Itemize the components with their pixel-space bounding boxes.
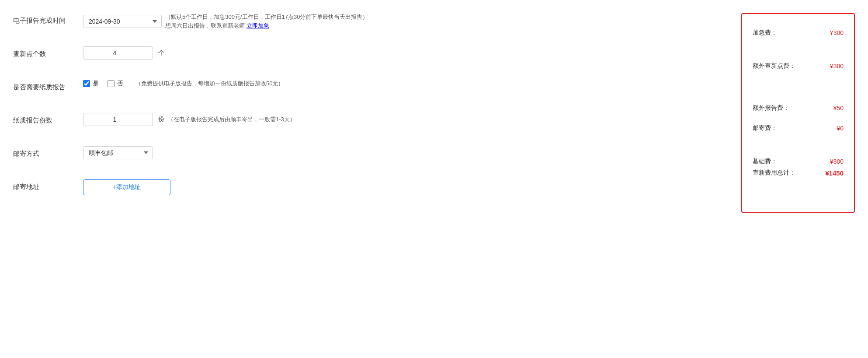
paper-report-checkbox-group: 是 否 （免费提供电子版报告，每增加一份纸质版报告加收50元） bbox=[83, 80, 284, 88]
paper-report-no-checkbox[interactable] bbox=[108, 80, 115, 87]
paper-copies-unit: 份 bbox=[158, 116, 164, 123]
grand-total-label: 查新费用总计： bbox=[753, 169, 795, 177]
base-fee-label: 基础费： bbox=[753, 158, 777, 165]
query-points-content: 个 bbox=[83, 46, 724, 60]
completion-time-select[interactable]: 2024-09-30 bbox=[83, 15, 162, 28]
address-label: 邮寄地址 bbox=[13, 179, 83, 191]
completion-time-row: 电子报告完成时间 2024-09-30 （默认5个工作日，加急300元/工作日，… bbox=[13, 13, 724, 32]
extra-points-value: ¥300 bbox=[830, 63, 844, 70]
completion-time-hint-line2: 想周六日出报告，联系查新老师 立即加急 bbox=[165, 22, 368, 30]
paper-copies-row: 纸质报告份数 份 （在电子版报告完成后由顺丰寄出，一般需1-3天） bbox=[13, 113, 724, 132]
shipping-row: 邮寄方式 顺丰包邮 自取 其他 bbox=[13, 146, 724, 165]
paper-report-content: 是 否 （免费提供电子版报告，每增加一份纸质版报告加收50元） bbox=[83, 80, 724, 88]
rush-fee-label: 加急费： bbox=[753, 29, 777, 37]
query-points-row: 查新点个数 个 bbox=[13, 46, 724, 66]
shipping-fee-label: 邮寄费： bbox=[753, 124, 777, 132]
paper-report-label: 是否需要纸质报告 bbox=[13, 80, 83, 91]
completion-time-hint-line1: （默认5个工作日，加急300元/工作日，工作日17点30分前下单最快当天出报告） bbox=[165, 13, 368, 21]
extra-report-label: 额外报告费： bbox=[753, 104, 789, 112]
shipping-fee-value: ¥0 bbox=[837, 125, 844, 132]
completion-time-label: 电子报告完成时间 bbox=[13, 13, 83, 25]
paper-copies-content: 份 （在电子版报告完成后由顺丰寄出，一般需1-3天） bbox=[83, 113, 724, 126]
paper-report-no-label[interactable]: 否 bbox=[117, 80, 123, 88]
paper-copies-label: 纸质报告份数 bbox=[13, 113, 83, 125]
base-fee-value: ¥800 bbox=[830, 158, 844, 165]
spacer1 bbox=[753, 43, 844, 56]
spacer2 bbox=[753, 76, 844, 98]
form-section: 电子报告完成时间 2024-09-30 （默认5个工作日，加急300元/工作日，… bbox=[13, 13, 741, 213]
extra-points-label: 额外查新点费： bbox=[753, 62, 795, 70]
paper-copies-input[interactable] bbox=[83, 113, 153, 126]
address-row: 邮寄地址 +添加地址 bbox=[13, 179, 724, 199]
grand-total-row: 查新费用总计： ¥1450 bbox=[753, 167, 844, 179]
paper-report-hint: （免费提供电子版报告，每增加一份纸质版报告加收50元） bbox=[135, 80, 284, 88]
paper-report-row: 是否需要纸质报告 是 否 （免费提供电子版报告，每增加一份纸质版报告加收50元） bbox=[13, 80, 724, 99]
query-points-input[interactable] bbox=[83, 46, 153, 60]
extra-report-value: ¥50 bbox=[833, 105, 844, 112]
rush-fee-value: ¥300 bbox=[830, 29, 844, 36]
query-points-unit: 个 bbox=[158, 49, 164, 57]
shipping-fee-row: 邮寄费： ¥0 bbox=[753, 118, 844, 138]
rush-fee-row: 加急费： ¥300 bbox=[753, 23, 844, 43]
shipping-select[interactable]: 顺丰包邮 自取 其他 bbox=[83, 146, 153, 159]
paper-report-yes-checkbox[interactable] bbox=[83, 80, 90, 87]
query-points-label: 查新点个数 bbox=[13, 46, 83, 58]
paper-report-no-item[interactable]: 否 bbox=[108, 80, 123, 88]
extra-points-row: 额外查新点费： ¥300 bbox=[753, 56, 844, 76]
shipping-content: 顺丰包邮 自取 其他 bbox=[83, 146, 724, 159]
completion-time-content: 2024-09-30 （默认5个工作日，加急300元/工作日，工作日17点30分… bbox=[83, 13, 724, 30]
spacer3 bbox=[753, 138, 844, 156]
price-panel: 加急费： ¥300 额外查新点费： ¥300 额外报告费： ¥50 邮寄费： ¥… bbox=[741, 13, 855, 213]
paper-copies-hint: （在电子版报告完成后由顺丰寄出，一般需1-3天） bbox=[168, 115, 295, 124]
paper-report-yes-item[interactable]: 是 bbox=[83, 80, 99, 88]
completion-time-hint: （默认5个工作日，加急300元/工作日，工作日17点30分前下单最快当天出报告）… bbox=[165, 13, 368, 30]
add-address-button[interactable]: +添加地址 bbox=[83, 179, 170, 195]
base-fee-row: 基础费： ¥800 bbox=[753, 156, 844, 167]
address-content: +添加地址 bbox=[83, 179, 724, 195]
rush-link[interactable]: 立即加急 bbox=[247, 22, 269, 30]
extra-report-row: 额外报告费： ¥50 bbox=[753, 98, 844, 118]
paper-report-yes-label[interactable]: 是 bbox=[93, 80, 99, 88]
shipping-label: 邮寄方式 bbox=[13, 146, 83, 158]
grand-total-value: ¥1450 bbox=[825, 169, 844, 177]
